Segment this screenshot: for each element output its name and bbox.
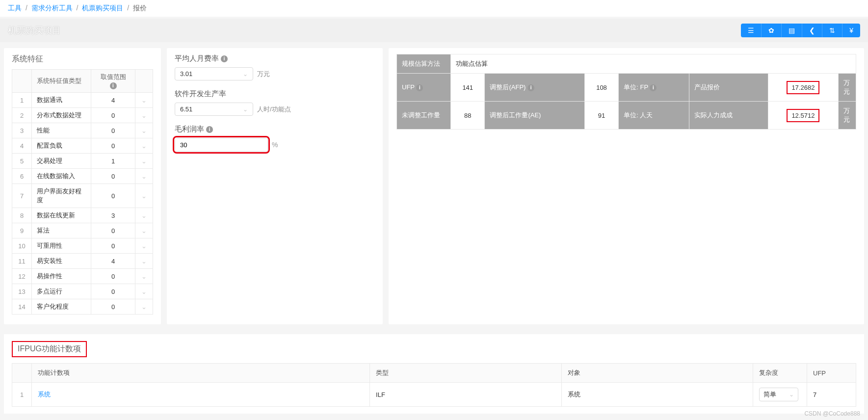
row-name: 易安装性 (32, 254, 91, 269)
margin-input[interactable] (175, 138, 267, 151)
col-type-header: 系统特征值类型 (32, 70, 91, 93)
row-name: 数据在线更新 (32, 208, 91, 223)
breadcrumb-link-analysis[interactable]: 需求分析工具 (31, 4, 73, 12)
row-expand[interactable]: ⌄ (135, 169, 153, 184)
est-quote-value: 17.2682 (768, 74, 838, 102)
toolbar-list-button[interactable]: ☰ (741, 24, 762, 37)
row-value: 0 (91, 138, 135, 154)
est-cost-unit: 万元 (839, 102, 856, 130)
ifpug-table: 功能计数项 类型 对象 复杂度 UFP 1 系统 ILF 系统 简单⌄ 7 (12, 363, 856, 407)
dev-rate-select[interactable]: 6.51 ⌄ (175, 103, 253, 116)
gear-icon: ✿ (768, 26, 774, 34)
estimate-table: 规模估算方法 功能点估算 UFP i 141 调整后(AFP) i 108 单位… (396, 54, 856, 130)
table-row: 1 系统 ILF 系统 简单⌄ 7 (12, 383, 856, 407)
info-icon[interactable]: i (110, 82, 117, 89)
row-name: 在线数据输入 (32, 169, 91, 184)
row-expand[interactable]: ⌄ (135, 208, 153, 223)
info-icon[interactable]: i (221, 55, 228, 62)
yen-icon: ¥ (849, 26, 853, 34)
row-number: 5 (12, 154, 32, 169)
avg-rate-unit: 万元 (257, 70, 270, 79)
row-value: 4 (91, 93, 135, 108)
chevron-down-icon: ⌄ (243, 71, 248, 78)
row-expand[interactable]: ⌄ (135, 238, 153, 254)
chevron-down-icon: ⌄ (141, 303, 147, 311)
table-row: 5 交易处理 1 ⌄ (12, 154, 153, 169)
toolbar-grid-button[interactable]: ▤ (782, 24, 802, 37)
info-icon[interactable]: i (206, 126, 213, 133)
row-number: 7 (12, 184, 32, 208)
row-name: 分布式数据处理 (32, 108, 91, 123)
row-name: 性能 (32, 123, 91, 138)
grid-icon: ▤ (789, 26, 795, 34)
toolbar: ☰ ✿ ▤ ❮ ⇅ ¥ (741, 24, 860, 37)
breadcrumb-link-tools[interactable]: 工具 (8, 4, 22, 12)
toolbar-share-button[interactable]: ❮ (802, 24, 822, 37)
info-icon[interactable]: i (650, 84, 657, 91)
row-value: 0 (91, 269, 135, 284)
watermark: CSDN @CoCode888 (804, 410, 860, 417)
info-icon[interactable]: i (416, 84, 423, 91)
row-expand[interactable]: ⌄ (135, 284, 153, 299)
row-number: 4 (12, 138, 32, 154)
chevron-down-icon: ⌄ (141, 173, 147, 180)
row-name: 多点运行 (32, 284, 91, 299)
chevron-down-icon: ⌄ (141, 158, 147, 165)
est-afp-label: 调整后(AFP) i (485, 74, 584, 102)
sort-icon: ⇅ (829, 26, 835, 34)
est-unadj-value: 88 (451, 102, 485, 130)
table-row: 14 客户化程度 0 ⌄ (12, 299, 153, 315)
system-char-title: 系统特征 (12, 54, 153, 64)
est-method-value: 功能点估算 (451, 54, 856, 74)
toolbar-price-button[interactable]: ¥ (842, 24, 860, 37)
row-expand[interactable]: ⌄ (135, 93, 153, 108)
toolbar-settings-button[interactable]: ✿ (762, 24, 782, 37)
table-row: 2 分布式数据处理 0 ⌄ (12, 108, 153, 123)
row-expand[interactable]: ⌄ (135, 123, 153, 138)
chevron-down-icon: ⌄ (141, 212, 147, 219)
row-expand[interactable]: ⌄ (135, 223, 153, 238)
breadcrumb-sep: / (127, 4, 129, 12)
row-type: ILF (370, 383, 561, 407)
table-row: 7 用户界面友好程度 0 ⌄ (12, 184, 153, 208)
col-action-header (135, 70, 153, 93)
row-number: 1 (12, 383, 32, 407)
est-quote-unit: 万元 (839, 74, 856, 102)
row-complexity: 简单⌄ (753, 383, 807, 407)
breadcrumb-link-project[interactable]: 机票购买项目 (82, 4, 123, 12)
chevron-down-icon: ⌄ (141, 192, 147, 200)
item-link[interactable]: 系统 (38, 391, 51, 398)
row-expand[interactable]: ⌄ (135, 269, 153, 284)
col-num-header (12, 70, 32, 93)
row-expand[interactable]: ⌄ (135, 108, 153, 123)
toolbar-sort-button[interactable]: ⇅ (822, 24, 842, 37)
table-row: 6 在线数据输入 0 ⌄ (12, 169, 153, 184)
row-number: 2 (12, 108, 32, 123)
row-expand[interactable]: ⌄ (135, 299, 153, 315)
info-icon[interactable]: i (527, 84, 534, 91)
table-row: 3 性能 0 ⌄ (12, 123, 153, 138)
table-row: 8 数据在线更新 3 ⌄ (12, 208, 153, 223)
complexity-select[interactable]: 简单⌄ (759, 388, 798, 401)
row-name: 可重用性 (32, 238, 91, 254)
row-expand[interactable]: ⌄ (135, 254, 153, 269)
row-name: 用户界面友好程度 (32, 184, 91, 208)
row-expand[interactable]: ⌄ (135, 138, 153, 154)
chevron-down-icon: ⌄ (141, 288, 147, 295)
row-number: 14 (12, 299, 32, 315)
est-method-label: 规模估算方法 (397, 54, 451, 74)
est-unit-day-label: 单位: 人天 (619, 102, 689, 130)
row-value: 0 (91, 184, 135, 208)
row-value: 0 (91, 108, 135, 123)
row-expand[interactable]: ⌄ (135, 184, 153, 208)
row-number: 9 (12, 223, 32, 238)
estimate-card: 规模估算方法 功能点估算 UFP i 141 调整后(AFP) i 108 单位… (389, 48, 864, 324)
row-value: 3 (91, 208, 135, 223)
ifpug-col-ufp: UFP (807, 364, 856, 383)
params-card: 平均人月费率 i 3.01 ⌄ 万元 软件开发生产率 6.51 ⌄ 人时/功能点 (167, 48, 383, 324)
avg-rate-label: 平均人月费率 i (175, 54, 375, 63)
table-row: 1 数据通讯 4 ⌄ (12, 93, 153, 108)
row-expand[interactable]: ⌄ (135, 154, 153, 169)
avg-rate-select[interactable]: 3.01 ⌄ (175, 67, 253, 80)
est-ufp-label: UFP i (397, 74, 451, 102)
